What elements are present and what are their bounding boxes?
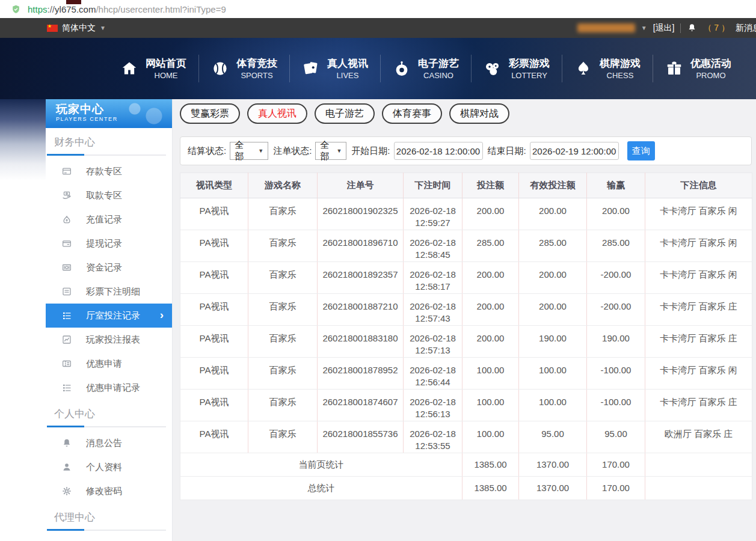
table-cell: 2026-02-18 12:53:55: [404, 421, 463, 453]
order-status-select[interactable]: 全部▼: [315, 142, 346, 160]
url-path: /hhcp/usercenter.html?iniType=9: [96, 4, 226, 14]
end-date-input[interactable]: [530, 142, 619, 160]
chevron-down-icon: ▼: [100, 25, 106, 31]
nav-item-sports[interactable]: 体育竞技SPORTS: [199, 57, 289, 81]
summary-info: [645, 477, 752, 500]
summary-info: [645, 453, 752, 477]
roulette-icon: [393, 60, 411, 78]
sidebar-item[interactable]: 充值记录: [46, 207, 172, 231]
settle-status-select[interactable]: 全部▼: [230, 142, 268, 160]
table-cell: 260218001874607: [318, 390, 404, 421]
nav-item-text: 体育竞技SPORTS: [236, 57, 277, 81]
sidebar-section-title: 财务中心: [46, 128, 172, 149]
left-gradient-strip: [0, 99, 46, 541]
sidebar-item[interactable]: 优惠申请记录: [46, 376, 172, 400]
wallet-icon: [61, 238, 72, 249]
nav-item-lottery[interactable]: 彩票游戏LOTTERY: [472, 57, 562, 81]
tab-3[interactable]: 体育赛事: [382, 103, 442, 124]
table-row: PA视讯百家乐2602180018746072026-02-18 12:56:1…: [180, 390, 752, 421]
username-redacted[interactable]: [577, 23, 635, 32]
nav-label-en: LIVES: [327, 70, 368, 81]
sidebar-item[interactable]: 优惠申请: [46, 352, 172, 376]
table-cell: 百家乐: [248, 326, 318, 358]
section-underline: [47, 426, 166, 427]
nav-item-home[interactable]: 网站首页HOME: [108, 57, 198, 81]
sidebar-item[interactable]: 修改密码: [46, 479, 172, 503]
nav-item-casino[interactable]: 电子游艺CASINO: [381, 57, 471, 81]
table-cell: 2026-02-18 12:58:17: [404, 262, 463, 294]
page-body: 玩家中心 PLAYERS CENTER 财务中心存款专区取款专区充值记录提现记录…: [0, 99, 756, 541]
tab-4[interactable]: 棋牌对战: [449, 103, 509, 124]
sidebar-item[interactable]: 提现记录: [46, 231, 172, 255]
deposit-card-icon: [61, 166, 72, 177]
message-label[interactable]: 新消息: [736, 23, 756, 34]
chevron-down-icon[interactable]: ▼: [641, 25, 647, 31]
url-text[interactable]: https://yl675.com/hhcp/usercenter.html?i…: [28, 4, 226, 14]
table-cell: 200.00: [519, 262, 587, 294]
order-status-value: 全部: [320, 139, 333, 162]
summary-bet: 1385.00: [463, 453, 519, 477]
table-cell: PA视讯: [180, 358, 248, 390]
sidebar-item-label: 玩家投注报表: [86, 334, 140, 346]
summary-valid: 1370.00: [519, 453, 587, 477]
notification-bell-icon[interactable]: [687, 23, 697, 33]
banknote-icon: [61, 262, 72, 273]
sidebar-item-label: 修改密码: [86, 486, 122, 497]
sidebar-item[interactable]: 玩家投注报表: [46, 328, 172, 352]
summary-bet: 1385.00: [463, 477, 519, 500]
table-row: PA视讯百家乐2602180019023252026-02-18 12:59:2…: [180, 198, 752, 230]
nav-item-text: 真人视讯LIVES: [327, 57, 368, 81]
tab-0[interactable]: 雙赢彩票: [180, 103, 240, 124]
tab-1[interactable]: 真人视讯: [247, 103, 307, 124]
sidebar-item[interactable]: 存款专区: [46, 159, 172, 183]
sidebar-item[interactable]: 消息公告: [46, 431, 172, 455]
sidebar-item-label: 个人资料: [86, 462, 122, 473]
tab-2[interactable]: 电子游艺: [315, 103, 375, 124]
nav-label-zh: 彩票游戏: [509, 57, 550, 70]
table-cell: -200.00: [587, 294, 645, 326]
sidebar-item[interactable]: 取款专区: [46, 183, 172, 207]
nav-label-en: HOME: [146, 70, 186, 81]
logout-button[interactable]: [退出]: [653, 23, 675, 34]
nav-item-chess[interactable]: 棋牌游戏CHESS: [562, 57, 653, 81]
nav-item-lives[interactable]: 真人视讯LIVES: [290, 57, 380, 81]
nav-label-zh: 优惠活动: [690, 57, 731, 70]
cards-icon: [302, 60, 320, 78]
table-cell: 95.00: [587, 421, 645, 453]
table-cell: 260218001883180: [318, 326, 404, 358]
table-cell: 190.00: [519, 326, 587, 358]
sidebar-item[interactable]: 资金记录: [46, 255, 172, 280]
summary-winloss: 170.00: [587, 477, 645, 500]
language-selector[interactable]: 简体中文 ▼: [47, 23, 106, 34]
table-cell: 卡卡湾厅 百家乐 闲: [645, 230, 752, 262]
table-cell: 百家乐: [248, 230, 318, 262]
start-date-input[interactable]: [394, 142, 483, 160]
table-cell: 2026-02-18 12:57:13: [404, 326, 463, 358]
table-cell: 百家乐: [248, 198, 318, 230]
table-header-cell: 游戏名称: [248, 173, 318, 198]
nav-label-zh: 电子游艺: [418, 57, 459, 70]
table-header-cell: 注单号: [318, 173, 404, 198]
nav-item-promo[interactable]: 优惠活动PROMO: [653, 57, 743, 81]
chart-report-icon: [61, 334, 72, 345]
search-button[interactable]: 查询: [627, 141, 655, 160]
china-flag-icon: [47, 25, 58, 32]
table-cell: 285.00: [519, 230, 587, 262]
message-count[interactable]: （ 7 ）: [703, 23, 730, 34]
bullet-list-icon: [61, 382, 72, 393]
table-cell: 190.00: [587, 326, 645, 358]
nav-item-text: 彩票游戏LOTTERY: [509, 57, 550, 81]
table-cell: 95.00: [519, 421, 587, 453]
category-tabs: 雙赢彩票真人视讯电子游艺体育赛事棋牌对战: [180, 103, 752, 124]
sidebar-item[interactable]: 代理规则说明: [46, 534, 172, 541]
nav-label-en: CASINO: [418, 70, 459, 81]
spade-icon: [574, 60, 592, 78]
table-cell: 100.00: [519, 358, 587, 390]
sidebar-item[interactable]: 个人资料: [46, 455, 172, 479]
sidebar-item[interactable]: 厅室投注记录›: [46, 304, 172, 328]
site-top-bar: 简体中文 ▼ ▼ [退出] （ 7 ） 新消息: [0, 18, 756, 38]
table-cell: 260218001902325: [318, 198, 404, 230]
sidebar-item[interactable]: 彩票下注明细: [46, 280, 172, 304]
browser-address-bar[interactable]: https://yl675.com/hhcp/usercenter.html?i…: [0, 0, 756, 18]
table-cell: 卡卡湾厅 百家乐 闲: [645, 358, 752, 390]
